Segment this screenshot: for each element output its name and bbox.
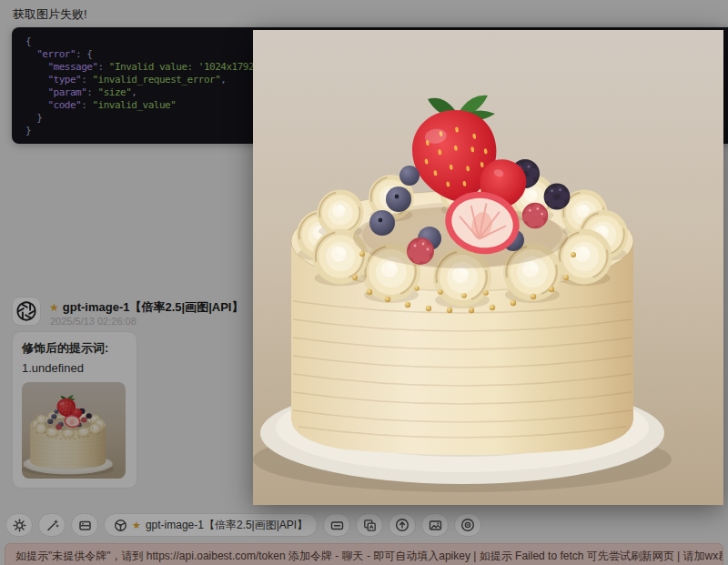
generated-image-preview[interactable] xyxy=(253,30,723,505)
cake-image xyxy=(253,30,723,505)
